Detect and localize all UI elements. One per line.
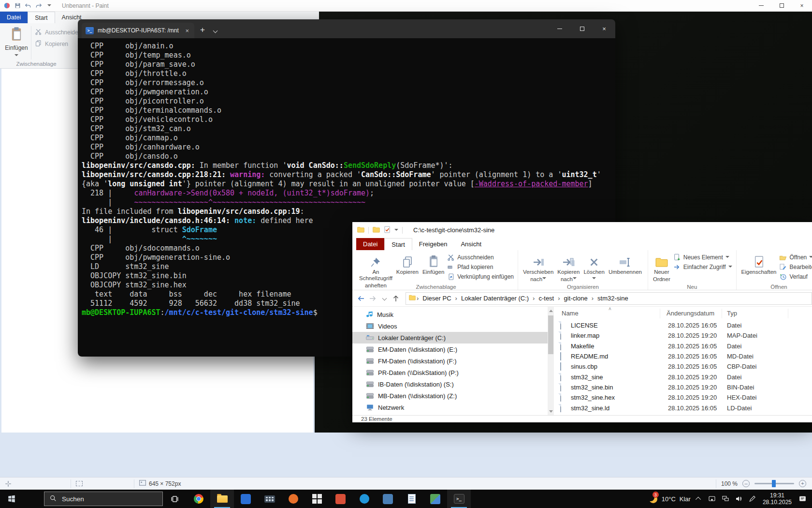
taskbar-app-document-app-icon[interactable] (400, 490, 423, 508)
sidebar-item-lokaler-datentr-ger-c[interactable]: Lokaler Datenträger (C:) (352, 332, 548, 344)
taskbar-app-keyboard-app-icon[interactable] (258, 490, 281, 508)
qat-folder-icon[interactable] (373, 226, 380, 234)
paint-tab-datei[interactable]: Datei (0, 12, 28, 23)
ribbon-button-bearbeiten[interactable]: Bearbeiten (779, 262, 812, 272)
terminal-new-tab-button[interactable]: + (200, 25, 205, 35)
taskbar-app-orange-app-icon[interactable] (281, 490, 305, 508)
ribbon-button-ausschneiden[interactable]: Ausschneiden (447, 253, 514, 262)
explorer-tab-ansicht[interactable]: Ansicht (454, 238, 488, 250)
ribbon-button-verschieben[interactable]: Verschiebennach (521, 252, 555, 283)
paste-button[interactable]: Einfügen (4, 26, 29, 60)
ribbon-button-öffnen[interactable]: Öffnen (779, 253, 812, 262)
undo-icon[interactable] (24, 2, 32, 10)
sidebar-item-musik[interactable]: Musik (352, 309, 548, 320)
search-input[interactable]: Suchen (44, 492, 163, 506)
scrollbar-thumb[interactable] (548, 315, 553, 354)
table-row[interactable]: sinus.cbp28.10.2025 16:05CBP-Datei (554, 361, 812, 372)
terminal-close-button[interactable]: × (593, 19, 615, 38)
explorer-titlebar[interactable]: C:\c-test\git-clone\stm32-sine (352, 222, 812, 238)
breadcrumb-item[interactable]: c-test (536, 295, 557, 302)
ribbon-button-löschen[interactable]: Löschen (581, 252, 606, 283)
explorer-tab-datei[interactable]: Datei (356, 238, 384, 250)
qat-dropdown-icon[interactable] (45, 2, 53, 10)
taskbar-app-blue-app-icon[interactable] (234, 490, 258, 508)
redo-icon[interactable] (35, 2, 43, 10)
copy-button[interactable]: Kopieren (35, 40, 68, 48)
pen-icon[interactable] (746, 490, 759, 508)
network-icon[interactable] (719, 490, 732, 508)
paint-maximize-button[interactable] (771, 0, 792, 12)
ribbon-button-einfügen[interactable]: Einfügen (420, 252, 446, 276)
ribbon-button-kopieren[interactable]: Kopierennach (555, 252, 581, 283)
recent-locations-icon[interactable] (378, 293, 390, 304)
table-row[interactable]: stm32_sine.hex28.10.2025 19:20HEX-Datei (554, 392, 812, 403)
weather-condition[interactable]: Klar (678, 495, 693, 503)
terminal-tab-dropdown-icon[interactable] (213, 29, 218, 33)
sidebar-item-netzwerk[interactable]: Netzwerk (352, 402, 548, 413)
table-row[interactable]: LICENSE28.10.2025 16:05Datei (554, 320, 812, 330)
sidebar-item-pr-daten-diskstation-p[interactable]: PR-Daten (\\DiskStation) (P:) (352, 367, 548, 378)
breadcrumb-item[interactable]: stm32-sine (594, 295, 631, 302)
table-row[interactable]: stm32_sine.bin28.10.2025 19:20BIN-Datei (554, 382, 812, 392)
up-icon[interactable] (390, 293, 402, 304)
paint-minimize-button[interactable] (751, 0, 771, 12)
weather-temp[interactable]: 10°C (660, 495, 678, 503)
column-header-name[interactable]: Name (562, 310, 579, 317)
scroll-up-icon[interactable] (548, 307, 554, 314)
ribbon-button-eigenschaften[interactable]: Eigenschaften (740, 252, 779, 276)
cut-button[interactable]: Ausschneiden (35, 28, 81, 37)
qat-customize-icon[interactable] (394, 229, 398, 233)
column-header-type[interactable]: Typ (727, 310, 737, 317)
cast-icon[interactable] (705, 490, 719, 508)
sidebar-item-em-daten-diskstation-e[interactable]: EM-Daten (\\diskstation) (E:) (352, 344, 548, 355)
clock[interactable]: 19:31 28.10.2025 (759, 492, 796, 506)
table-row[interactable]: Makefile28.10.2025 16:05Datei (554, 341, 812, 351)
taskbar-app-green-blue-app-icon[interactable] (423, 490, 447, 508)
ribbon-button-verlauf[interactable]: Verlauf (779, 272, 812, 282)
taskbar-app-steel-app-icon[interactable] (376, 490, 400, 508)
sidebar-item-mb-daten-diskstation-z[interactable]: MB-Daten (\\diskstation) (Z:) (352, 390, 548, 402)
save-icon[interactable] (14, 2, 21, 10)
action-center-icon[interactable] (796, 490, 812, 508)
sidebar-item-fm-daten-diskstation-f[interactable]: FM-Daten (\\diskstation) (F:) (352, 355, 548, 367)
ribbon-button-pfad-kopieren[interactable]: Pfad kopieren (447, 262, 514, 272)
ribbon-button-verknüpfung-einfügen[interactable]: Verknüpfung einfügen (447, 272, 514, 282)
breadcrumb[interactable]: › Dieser PC›Lokaler Datenträger (C:)›c-t… (406, 292, 812, 305)
breadcrumb-item[interactable]: git-clone (561, 295, 591, 302)
taskbar-app-file-explorer-icon[interactable] (210, 490, 234, 508)
ribbon-button-kopieren[interactable]: Kopieren (394, 252, 420, 276)
taskbar-app-terminal-icon[interactable]: >_ (447, 490, 471, 508)
taskbar-app-red-app-icon[interactable] (329, 490, 352, 508)
zoom-slider[interactable] (750, 483, 799, 484)
ribbon-button-neuer[interactable]: NeuerOrdner (651, 252, 672, 283)
start-button[interactable] (0, 490, 23, 508)
explorer-tab-freigeben[interactable]: Freigeben (412, 238, 454, 250)
taskbar-app-grid-app-icon[interactable] (305, 490, 329, 508)
scroll-down-icon[interactable] (548, 408, 554, 415)
terminal-minimize-button[interactable] (549, 19, 571, 38)
table-row[interactable]: README.md28.10.2025 16:05MD-Datei (554, 351, 812, 361)
terminal-tab[interactable]: >_ mb@DESKTOP-IUPA6ST: /mnt × (82, 23, 194, 38)
column-header-date[interactable]: Änderungsdatum (667, 310, 714, 317)
zoom-in-button[interactable]: + (799, 480, 806, 487)
terminal-maximize-button[interactable] (571, 19, 593, 38)
breadcrumb-item[interactable]: Lokaler Datenträger (C:) (458, 295, 532, 302)
tray-chevron-up-icon[interactable] (693, 490, 705, 508)
back-icon[interactable] (355, 293, 367, 304)
table-row[interactable]: stm32_sine28.10.2025 19:20Datei (554, 372, 812, 382)
ribbon-button-neues-element[interactable]: Neues Element (673, 253, 732, 262)
table-row[interactable]: linker.map28.10.2025 19:20MAP-Datei (554, 330, 812, 341)
sidebar-item-videos[interactable]: Videos (352, 320, 548, 332)
table-row[interactable]: stm32_sine.ld28.10.2025 16:05LD-Datei (554, 403, 812, 413)
terminal-tab-close-icon[interactable]: × (184, 27, 190, 34)
ribbon-button-umbenennen[interactable]: Umbenennen (607, 252, 644, 276)
weather-moon-icon[interactable]: 3 (647, 490, 660, 508)
taskbar-app-blue-round-app-icon[interactable] (352, 490, 376, 508)
taskbar-app-task-view-icon[interactable] (163, 490, 187, 508)
taskbar-app-chrome-icon[interactable] (187, 490, 210, 508)
zoom-out-button[interactable]: – (742, 480, 750, 487)
breadcrumb-item[interactable]: Dieser PC (420, 295, 454, 302)
qat-properties-icon[interactable] (384, 226, 391, 235)
ribbon-button-einfacher-zugriff[interactable]: Einfacher Zugriff (673, 262, 732, 272)
explorer-tab-start[interactable]: Start (384, 238, 412, 250)
